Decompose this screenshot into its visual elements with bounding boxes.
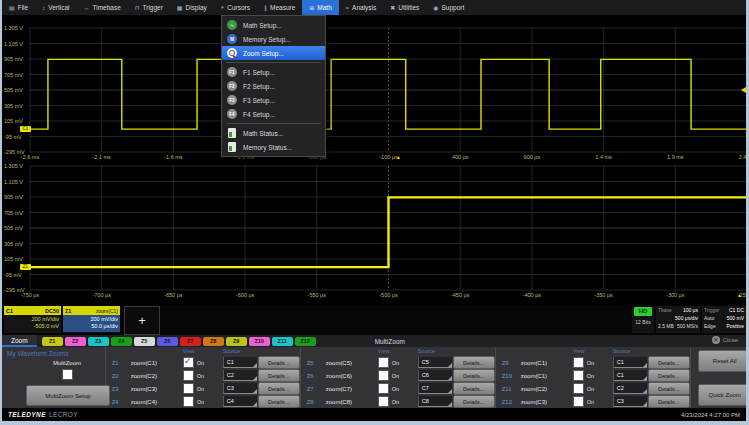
source-field-z8[interactable]: C8 bbox=[418, 396, 452, 407]
memory-setup-icon: M bbox=[227, 34, 237, 44]
menu-display[interactable]: ▦Display bbox=[170, 0, 214, 15]
details-button-z12[interactable]: Details... bbox=[648, 395, 690, 408]
tab-z8[interactable]: Z8 bbox=[203, 337, 224, 346]
status-bar: TELEDYNE LECROY 4/23/2024 4:27:00 PM bbox=[2, 408, 746, 421]
menu-utilities[interactable]: ✖Utilities bbox=[383, 0, 426, 15]
source-field-z6[interactable]: C6 bbox=[418, 370, 452, 381]
reset-all-button[interactable]: Reset All bbox=[698, 350, 746, 372]
tab-z10[interactable]: Z10 bbox=[249, 337, 270, 346]
view-checkbox-z10[interactable] bbox=[573, 370, 584, 381]
tab-z7[interactable]: Z7 bbox=[180, 337, 201, 346]
menu-timebase[interactable]: ↔Timebase bbox=[76, 0, 127, 15]
multizoom-checkbox[interactable] bbox=[62, 369, 73, 380]
view-checkbox-z4[interactable] bbox=[183, 396, 194, 407]
tab-z12[interactable]: Z12 bbox=[295, 337, 316, 346]
source-field-z3[interactable]: C3 bbox=[223, 383, 257, 394]
menu-item-math-status[interactable]: Math Status... bbox=[222, 126, 325, 140]
source-field-z1[interactable]: C1 bbox=[223, 357, 257, 368]
zoom-id-label: Z9 bbox=[502, 360, 519, 366]
menu-item-math-setup[interactable]: ∿Math Setup... bbox=[222, 18, 325, 32]
source-field-z5[interactable]: C5 bbox=[418, 357, 452, 368]
view-checkbox-z5[interactable] bbox=[378, 357, 389, 368]
trigger-slope: Positive bbox=[726, 322, 744, 330]
view-checkbox-z12[interactable] bbox=[573, 396, 584, 407]
view-checkbox-z6[interactable] bbox=[378, 370, 389, 381]
source-field-z11[interactable]: C2 bbox=[613, 383, 647, 394]
menu-cursors[interactable]: ⌖Cursors bbox=[214, 0, 257, 15]
details-button-z1[interactable]: Details... bbox=[258, 356, 300, 369]
menu-item-memory-status[interactable]: Memory Status... bbox=[222, 140, 325, 154]
details-button-z2[interactable]: Details... bbox=[258, 369, 300, 382]
source-field-z10[interactable]: C1 bbox=[613, 370, 647, 381]
trigger-box[interactable]: TriggerC1 DC Auto500 mV EdgePositive bbox=[702, 306, 746, 333]
tab-z9[interactable]: Z9 bbox=[226, 337, 247, 346]
details-button-z3[interactable]: Details... bbox=[258, 382, 300, 395]
tab-multizoom[interactable]: MultiZoom bbox=[375, 338, 405, 345]
tab-z11[interactable]: Z11 bbox=[272, 337, 293, 346]
menu-item-f1-setup[interactable]: F1F1 Setup... bbox=[222, 65, 325, 79]
tab-zoom[interactable]: Zoom bbox=[2, 335, 37, 347]
menu-item-memory-setup[interactable]: MMemory Setup... bbox=[222, 32, 325, 46]
menu-trigger[interactable]: ⊓Trigger bbox=[128, 0, 170, 15]
close-button[interactable]: ✕ Close bbox=[712, 336, 738, 344]
tab-z1[interactable]: Z1 bbox=[42, 337, 63, 346]
menu-vertical[interactable]: ↕Vertical bbox=[35, 0, 76, 15]
view-checkbox-z8[interactable] bbox=[378, 396, 389, 407]
hd-mode-box[interactable]: HD 12 Bits bbox=[632, 306, 654, 333]
measure-icon: ∥ bbox=[264, 4, 267, 11]
details-button-z8[interactable]: Details... bbox=[453, 395, 495, 408]
timebase-box[interactable]: Tbase100 µs 500 µs/div 2.5 MB500 MS/s bbox=[656, 306, 700, 333]
view-checkbox-z11[interactable] bbox=[573, 383, 584, 394]
menu-support[interactable]: ◉Support bbox=[426, 0, 471, 15]
menu-math[interactable]: ⊞Math bbox=[302, 0, 338, 15]
z1-offset-marker[interactable]: Z1 bbox=[20, 264, 31, 270]
view-checkbox-z1[interactable] bbox=[183, 357, 194, 368]
menu-analysis[interactable]: ≈Analysis bbox=[339, 0, 384, 15]
menu-item-f2-setup[interactable]: F2F2 Setup... bbox=[222, 79, 325, 93]
menu-item-zoom-setup[interactable]: Zoom Setup... bbox=[222, 46, 325, 60]
menu-item-f3-setup[interactable]: F3F3 Setup... bbox=[222, 93, 325, 107]
details-button-z9[interactable]: Details... bbox=[648, 356, 690, 369]
y-axis-label: -95 mV bbox=[4, 134, 30, 140]
tab-z6[interactable]: Z6 bbox=[157, 337, 178, 346]
tab-z3[interactable]: Z3 bbox=[88, 337, 109, 346]
details-button-z5[interactable]: Details... bbox=[453, 356, 495, 369]
details-button-z10[interactable]: Details... bbox=[648, 369, 690, 382]
trigger-time-marker[interactable]: ▲ bbox=[396, 155, 401, 160]
source-field-z2[interactable]: C2 bbox=[223, 370, 257, 381]
view-checkbox-z3[interactable] bbox=[183, 383, 194, 394]
menu-item-f4-setup[interactable]: F4F4 Setup... bbox=[222, 107, 325, 121]
c1-offset-marker[interactable]: C1 bbox=[20, 126, 31, 132]
details-button-z7[interactable]: Details... bbox=[453, 382, 495, 395]
menu-measure[interactable]: ∥Measure bbox=[257, 0, 302, 15]
zoom-name-label: zoom(C3) bbox=[521, 399, 571, 405]
tab-z2[interactable]: Z2 bbox=[65, 337, 86, 346]
view-checkbox-z9[interactable] bbox=[573, 357, 584, 368]
c1-descriptor-box[interactable]: C1 DC50 200 mV/div -505.0 mV bbox=[4, 306, 61, 333]
source-field-z12[interactable]: C3 bbox=[613, 396, 647, 407]
add-trace-button[interactable]: + bbox=[124, 306, 160, 335]
quick-zoom-button[interactable]: Quick Zoom bbox=[698, 384, 746, 406]
zoom-id-label: Z1 bbox=[112, 360, 129, 366]
details-button-z4[interactable]: Details... bbox=[258, 395, 300, 408]
source-field-z7[interactable]: C7 bbox=[418, 383, 452, 394]
tab-z5[interactable]: Z5 bbox=[134, 337, 155, 346]
view-checkbox-z7[interactable] bbox=[378, 383, 389, 394]
multizoom-setup-button[interactable]: MultiZoom Setup bbox=[26, 385, 110, 406]
main-waveform-grid[interactable]: 1.305 V1.105 V905 mV705 mV505 mV305 mV10… bbox=[2, 15, 746, 163]
tab-z4[interactable]: Z4 bbox=[111, 337, 132, 346]
source-field-z9[interactable]: C1 bbox=[613, 357, 647, 368]
source-header: Source bbox=[418, 348, 451, 356]
trigger-time-marker[interactable]: ▲ bbox=[737, 293, 742, 298]
zoom-waveform-grid[interactable]: 1.305 V1.105 V905 mV705 mV505 mV305 mV10… bbox=[2, 163, 746, 305]
math-setup-icon: ∿ bbox=[227, 20, 237, 30]
details-button-z11[interactable]: Details... bbox=[648, 382, 690, 395]
z1-descriptor-box[interactable]: Z1 zoom(C1) 200 mV/div 50.0 µs/div bbox=[63, 306, 120, 333]
math-dropdown-menu: ∿Math Setup...MMemory Setup...Zoom Setup… bbox=[221, 15, 326, 157]
menu-file[interactable]: ▤File bbox=[2, 0, 35, 15]
view-checkbox-z2[interactable] bbox=[183, 370, 194, 381]
menu-item-label: F3 Setup... bbox=[243, 97, 275, 104]
zoom-id-label: Z6 bbox=[307, 373, 324, 379]
source-field-z4[interactable]: C4 bbox=[223, 396, 257, 407]
details-button-z6[interactable]: Details... bbox=[453, 369, 495, 382]
